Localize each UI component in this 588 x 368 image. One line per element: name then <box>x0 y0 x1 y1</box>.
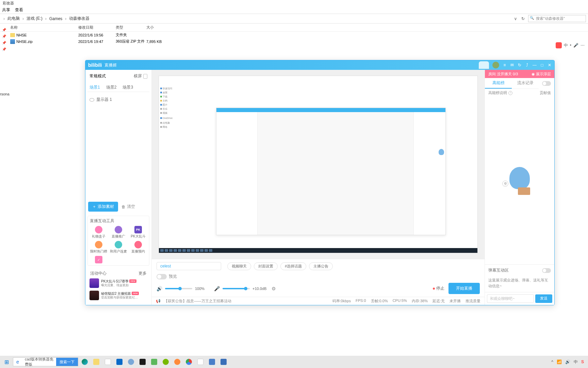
col-date[interactable]: 修改日期 <box>78 25 116 30</box>
activity-item-2[interactable]: 秘馆疑踪2 主播招募new 登高笑酷与获得探索奖纪… <box>89 289 148 302</box>
preview-toggle[interactable]: 预览 <box>157 274 177 279</box>
orientation-control[interactable]: 横屏 <box>134 73 147 79</box>
bili-titlebar[interactable]: bilibili 直播姬 ≡ ✉ ↻ ⤴ — □ ✕ <box>85 60 554 70</box>
scene-tab-1[interactable]: 场景1 <box>89 85 100 90</box>
scene-tab-3[interactable]: 场景3 <box>122 85 133 90</box>
pill-select-topic[interactable]: #选择话题 <box>280 262 306 270</box>
danmu-description: 这里展示观众进场、弹幕、送礼等互动信息~ <box>485 276 554 292</box>
equalizer-icon[interactable]: ⚙ <box>272 286 276 291</box>
status-nopush: 未开播 <box>450 298 461 304</box>
speaker-volume[interactable]: 🔊 100% <box>157 286 210 291</box>
taskbar-app-white[interactable] <box>195 357 206 367</box>
taskbar-chrome[interactable] <box>184 357 194 367</box>
tray-chevron-icon[interactable]: ^ <box>551 359 553 364</box>
tray-ime[interactable]: 中 <box>574 359 578 365</box>
crumb-pc[interactable]: 此电脑 <box>7 16 20 21</box>
search-input[interactable]: 搜索"动森修改器" <box>528 15 586 22</box>
tool-promotion[interactable]: 直播推广 <box>110 226 127 239</box>
mic-slider[interactable] <box>223 288 250 289</box>
start-button[interactable]: ⊞ <box>1 357 12 367</box>
minimize-icon[interactable]: — <box>533 63 537 67</box>
share-icon[interactable]: ⤴ <box>525 63 529 67</box>
announcement-text[interactable]: 【获奖公告】战意——万王之王招募活动 <box>164 298 231 304</box>
path-dropdown-icon[interactable]: v <box>513 16 518 21</box>
search-button[interactable]: 搜索一下 <box>56 358 78 366</box>
info-icon[interactable]: ? <box>508 91 512 95</box>
status-push-quality[interactable]: 推流质量 <box>466 298 480 304</box>
menu-share[interactable]: 共享 <box>2 7 10 13</box>
file-name: NHSE.zip <box>16 40 33 44</box>
overlay-toggle[interactable]: ◉ 展示浮层 <box>532 72 551 77</box>
danmu-input[interactable]: 和观众聊聊吧~ <box>487 294 534 303</box>
send-button[interactable]: 发送 <box>535 294 552 303</box>
activity-more-link[interactable]: 更多 <box>138 271 147 276</box>
tray-network-icon[interactable]: 📶 <box>557 359 562 364</box>
taskbar-edge[interactable] <box>80 357 90 367</box>
crumb-drive[interactable]: 游戏 (E:) <box>27 16 43 21</box>
taskbar-store[interactable] <box>103 357 113 367</box>
tool-trending[interactable]: 限时热门榜 <box>90 241 108 254</box>
menu-icon[interactable]: ≡ <box>503 63 507 67</box>
scene-tab-2[interactable]: 场景2 <box>106 85 117 90</box>
right-toggle-switch[interactable] <box>542 81 551 86</box>
user-avatar[interactable] <box>492 62 499 68</box>
file-row-folder[interactable]: NHSE 2022/1/6 19:56 文件夹 <box>0 32 588 38</box>
crumb-games[interactable]: Games <box>49 16 63 21</box>
taskbar-mail[interactable] <box>114 357 125 367</box>
message-icon[interactable]: ✉ <box>510 63 514 67</box>
tool-gift-box[interactable]: 礼物盒子 <box>90 226 108 239</box>
speaker-icon[interactable]: 🔊 <box>157 286 162 291</box>
ime-floating-bar[interactable]: 中 • 🎤 ⋯ <box>556 42 585 48</box>
file-row-zip[interactable]: NHSE.zip 2022/1/6 19:47 360压缩 ZIP 文件 7,8… <box>0 38 588 45</box>
add-source-button[interactable]: ＋ 添加素材 <box>88 202 118 212</box>
ime-sep: • <box>570 43 571 48</box>
activity-item-1[interactable]: PK大乱斗S17赛季new 曝光流量、现金奖励 <box>89 277 148 289</box>
ime-lang[interactable]: 中 <box>564 43 568 48</box>
refresh-icon[interactable]: ↻ <box>518 63 522 67</box>
tool-pk-battle[interactable]: PKPK大乱斗 <box>129 226 147 239</box>
taskbar-nvidia[interactable] <box>161 357 171 367</box>
speaker-slider[interactable] <box>165 288 192 289</box>
clear-button[interactable]: 🗑 清空 <box>121 204 135 210</box>
danmu-toggle[interactable] <box>542 268 551 273</box>
stream-title-input[interactable]: celest <box>157 262 221 270</box>
taskbar-app-orange[interactable] <box>172 357 182 367</box>
taskbar-cloud[interactable] <box>126 357 136 367</box>
mic-volume[interactable]: 🎤 +10.0dB <box>214 286 267 291</box>
maximize-icon[interactable]: □ <box>540 63 544 67</box>
taskbar-qq[interactable] <box>137 357 148 367</box>
taskbar-search[interactable]: e cad版本转换器免费版 搜索一下 <box>13 357 78 366</box>
tray-sogou-icon[interactable]: S <box>581 359 584 364</box>
taskbar-app-blue2[interactable] <box>218 357 229 367</box>
taskbar-app-blue[interactable] <box>207 357 217 367</box>
stream-preview[interactable]: 快速访问 桌面 下载 文档 图片 音乐 视频 OneDrive 此电脑 网络 <box>152 70 485 259</box>
tab-energy-rank[interactable]: 高能榜 <box>485 78 512 89</box>
source-display-row[interactable]: 显示器 1 <box>87 95 149 105</box>
col-type[interactable]: 类型 <box>116 25 146 30</box>
stop-status[interactable]: 停止 <box>433 286 444 291</box>
tab-flow-record[interactable]: 流水记录 <box>512 78 539 89</box>
crumb-folder[interactable]: 动森修改器 <box>69 16 89 21</box>
pill-cover-setting[interactable]: 封面设置 <box>254 262 278 270</box>
tool-checklist[interactable]: ✓ <box>90 256 108 263</box>
col-name[interactable]: 名称 <box>10 25 78 30</box>
refresh-icon[interactable]: ↻ <box>521 16 525 21</box>
col-size[interactable]: 大小 <box>146 25 174 30</box>
status-drop: 丢帧:0.0% <box>371 298 388 304</box>
mode-label[interactable]: 常规模式 <box>89 73 106 79</box>
taskbar-wechat[interactable] <box>149 357 159 367</box>
menu-view[interactable]: 查看 <box>15 7 23 13</box>
mic-icon[interactable]: 🎤 <box>214 286 220 291</box>
tray-volume-icon[interactable]: 🔊 <box>565 359 570 364</box>
breadcrumb[interactable]: ›此电脑 ›游戏 (E:) ›Games ›动森修改器 <box>2 16 513 21</box>
ime-more-icon[interactable]: ⋯ <box>581 43 585 48</box>
tool-schedule[interactable]: 直播预约 <box>129 241 147 254</box>
status-bar: 📢 【获奖公告】战意——万王之王招募活动 码率:0kbps FPS:0 丢帧:0… <box>152 297 485 305</box>
tool-user-mic[interactable]: 和用户连麦 <box>110 241 127 254</box>
close-icon[interactable]: ✕ <box>548 63 552 67</box>
start-stream-button[interactable]: 开始直播 <box>448 283 480 294</box>
ime-mic-icon[interactable]: 🎤 <box>573 43 578 48</box>
taskbar-explorer[interactable] <box>91 357 101 367</box>
pill-video-chat[interactable]: 视频聊天 <box>227 262 251 270</box>
pill-announcement[interactable]: 主播公告 <box>309 262 333 270</box>
